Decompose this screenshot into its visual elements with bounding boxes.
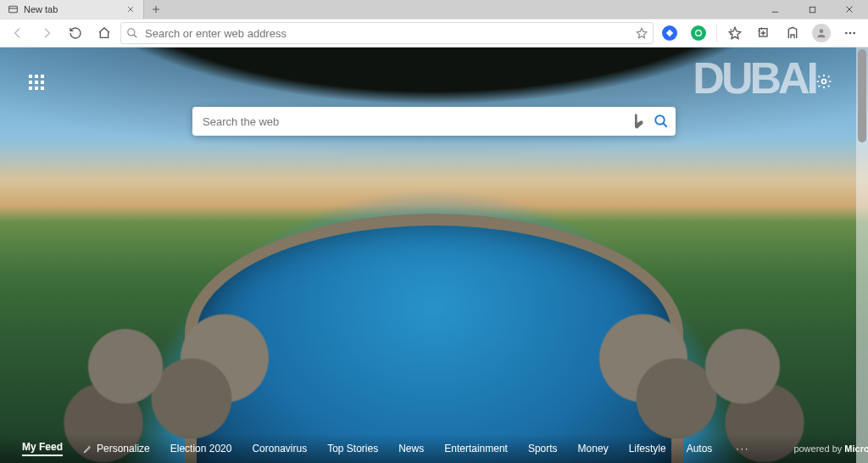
ntp-search-submit-icon[interactable] xyxy=(654,114,669,129)
extension-badge-blue[interactable] xyxy=(657,21,682,45)
app-launcher-icon[interactable] xyxy=(29,75,46,92)
feed-nav: My FeedPersonalizeElection 2020Coronavir… xyxy=(0,434,856,463)
scrollbar-thumb[interactable] xyxy=(858,49,866,142)
nav-forward-button[interactable] xyxy=(34,21,59,45)
favorites-button[interactable] xyxy=(722,21,748,45)
feed-tab-label: Coronavirus xyxy=(252,443,307,455)
vertical-scrollbar[interactable] xyxy=(856,47,868,463)
feed-tab-label: Top Stories xyxy=(327,443,378,455)
powered-by-prefix: powered by xyxy=(793,443,844,454)
feed-tab-personalize[interactable]: Personalize xyxy=(83,443,150,455)
feed-tab-top-stories[interactable]: Top Stories xyxy=(327,443,378,455)
browser-tab[interactable]: New tab xyxy=(0,0,144,19)
nav-back-button[interactable] xyxy=(5,21,31,45)
feed-tab-label: Sports xyxy=(528,443,558,455)
extension-badge-green[interactable] xyxy=(686,21,711,45)
feed-tab-label: Personalize xyxy=(97,443,150,455)
window-maximize-button[interactable] xyxy=(793,0,831,19)
page-settings-button[interactable] xyxy=(815,73,832,90)
feed-tab-coronavirus[interactable]: Coronavirus xyxy=(252,443,307,455)
feed-tab-sports[interactable]: Sports xyxy=(528,443,558,455)
titlebar: New tab xyxy=(0,0,868,19)
feed-tab-news[interactable]: News xyxy=(398,443,424,455)
feed-tab-lifestyle[interactable]: Lifestyle xyxy=(629,443,666,455)
titlebar-drag-region xyxy=(168,0,756,19)
address-bar[interactable] xyxy=(120,22,654,44)
feed-tab-my-feed[interactable]: My Feed xyxy=(22,441,63,456)
feed-tab-entertainment[interactable]: Entertainment xyxy=(444,443,508,455)
feed-tab-money[interactable]: Money xyxy=(578,443,609,455)
window-controls xyxy=(756,0,868,19)
search-icon xyxy=(126,27,138,39)
svg-rect-1 xyxy=(810,7,815,12)
ntp-search-input[interactable] xyxy=(203,115,623,128)
feed-tab-label: Lifestyle xyxy=(629,443,666,455)
profile-avatar-icon xyxy=(812,24,831,42)
image-watermark: DUBAI xyxy=(693,53,815,103)
feed-tab-label: Entertainment xyxy=(444,443,508,455)
feed-more-button[interactable]: ··· xyxy=(732,443,753,455)
new-tab-button[interactable] xyxy=(144,0,168,19)
svg-point-8 xyxy=(853,32,855,35)
bing-icon xyxy=(632,113,645,130)
collections-button[interactable] xyxy=(751,21,776,45)
feed-tab-label: Money xyxy=(578,443,609,455)
svg-rect-0 xyxy=(8,6,17,13)
more-menu-button[interactable] xyxy=(837,21,863,45)
feed-tab-label: My Feed xyxy=(22,441,63,453)
feed-tab-autos[interactable]: Autos xyxy=(687,443,713,455)
window-minimize-button[interactable] xyxy=(756,0,793,19)
feed-tab-election-2020[interactable]: Election 2020 xyxy=(170,443,232,455)
svg-point-7 xyxy=(849,32,852,35)
tab-close-icon[interactable] xyxy=(125,3,136,15)
feed-tab-label: Autos xyxy=(687,443,713,455)
profile-button[interactable] xyxy=(809,21,834,45)
extensions-button[interactable] xyxy=(780,21,805,45)
feed-tab-label: Election 2020 xyxy=(170,443,232,455)
svg-point-3 xyxy=(696,31,702,36)
window-close-button[interactable] xyxy=(831,0,868,19)
tab-title: New tab xyxy=(24,4,58,14)
svg-point-5 xyxy=(820,29,824,33)
svg-point-10 xyxy=(655,115,665,125)
svg-point-9 xyxy=(822,80,826,84)
tab-favicon-icon xyxy=(7,3,19,15)
svg-point-2 xyxy=(128,29,135,36)
toolbar-separator xyxy=(716,25,717,42)
favorite-star-icon[interactable] xyxy=(636,27,648,39)
new-tab-page: DUBAI My FeedPersonalizeElection 2020Cor… xyxy=(0,47,868,463)
nav-refresh-button[interactable] xyxy=(63,21,88,45)
pencil-icon xyxy=(83,444,92,454)
address-input[interactable] xyxy=(145,27,629,40)
nav-home-button[interactable] xyxy=(92,21,117,45)
ntp-search-box[interactable] xyxy=(192,107,676,136)
svg-point-6 xyxy=(845,32,848,35)
browser-toolbar xyxy=(0,19,868,47)
feed-tab-label: News xyxy=(398,443,424,455)
